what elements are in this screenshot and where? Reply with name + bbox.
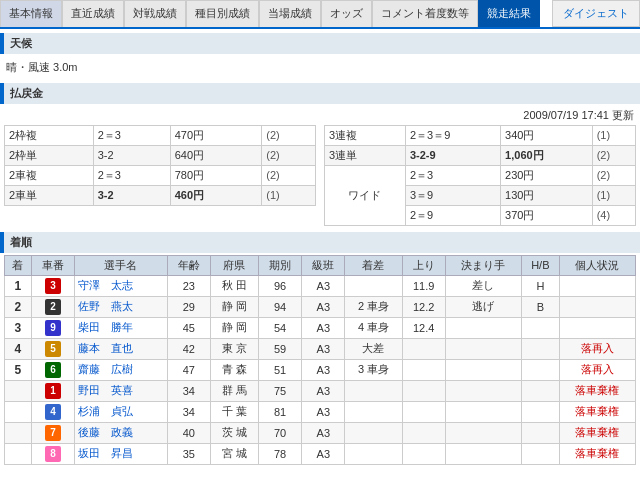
diff: 大差 bbox=[345, 338, 402, 359]
rank: 4 bbox=[5, 338, 32, 359]
results-area: 着車番選手名年齢府県期別級班着差上り決まり手H/B個人状況 13守澤 太志23秋… bbox=[4, 255, 636, 465]
tab-event[interactable]: 種目別成績 bbox=[186, 0, 259, 27]
status: 落車棄権 bbox=[559, 401, 635, 422]
combo: 3-2-9 bbox=[405, 145, 500, 165]
payout-right-col: 3連複 2＝3＝9 340円 (1) 3連単 3-2-9 1,060円 (2) … bbox=[324, 125, 636, 226]
kimari-te bbox=[445, 338, 521, 359]
player-name-link[interactable]: 守澤 太志 bbox=[78, 279, 133, 291]
player-name[interactable]: 齋藤 広樹 bbox=[75, 359, 168, 380]
uptime: 11.9 bbox=[402, 275, 445, 296]
number-badge: 2 bbox=[45, 299, 61, 315]
status bbox=[559, 275, 635, 296]
car-number: 6 bbox=[31, 359, 74, 380]
tab-basic-info[interactable]: 基本情報 bbox=[0, 0, 62, 27]
tab-venue[interactable]: 当場成績 bbox=[259, 0, 321, 27]
age: 34 bbox=[167, 380, 210, 401]
player-name-link[interactable]: 野田 英喜 bbox=[78, 384, 133, 396]
results-header: 決まり手 bbox=[445, 255, 521, 275]
results-header: 選手名 bbox=[75, 255, 168, 275]
weather-value: 晴・風速 3.0m bbox=[0, 56, 640, 79]
grade: A3 bbox=[302, 275, 345, 296]
amount: 1,060円 bbox=[501, 145, 593, 165]
payout-right-table: 3連複 2＝3＝9 340円 (1) 3連単 3-2-9 1,060円 (2) … bbox=[324, 125, 636, 226]
age: 42 bbox=[167, 338, 210, 359]
uptime bbox=[402, 338, 445, 359]
player-name[interactable]: 坂田 昇昌 bbox=[75, 443, 168, 464]
prefecture: 東 京 bbox=[211, 338, 259, 359]
rank bbox=[5, 401, 32, 422]
amount: 130円 bbox=[501, 185, 593, 205]
tab-odds[interactable]: オッズ bbox=[321, 0, 372, 27]
results-header: 級班 bbox=[302, 255, 345, 275]
table-row: 1野田 英喜34群 馬75A3落車棄権 bbox=[5, 380, 636, 401]
tab-race-result[interactable]: 競走結果 bbox=[478, 0, 540, 27]
status: 落再入 bbox=[559, 359, 635, 380]
count: (1) bbox=[262, 185, 316, 205]
status bbox=[559, 317, 635, 338]
hb bbox=[521, 317, 559, 338]
amount: 780円 bbox=[170, 165, 262, 185]
tab-bar: 基本情報 直近成績 対戦成績 種目別成績 当場成績 オッズ コメント着度数等 競… bbox=[0, 0, 640, 29]
player-name-link[interactable]: 杉浦 貞弘 bbox=[78, 405, 133, 417]
tab-comment[interactable]: コメント着度数等 bbox=[372, 0, 478, 27]
amount: 370円 bbox=[501, 205, 593, 225]
table-row: 8坂田 昇昌35宮 城78A3落車棄権 bbox=[5, 443, 636, 464]
age: 35 bbox=[167, 443, 210, 464]
uptime bbox=[402, 443, 445, 464]
amount: 470円 bbox=[170, 125, 262, 145]
grade: A3 bbox=[302, 443, 345, 464]
player-name-link[interactable]: 後藤 政義 bbox=[78, 426, 133, 438]
player-name[interactable]: 柴田 勝年 bbox=[75, 317, 168, 338]
age: 29 bbox=[167, 296, 210, 317]
grade: A3 bbox=[302, 380, 345, 401]
bet-type: 2車単 bbox=[5, 185, 94, 205]
rank bbox=[5, 422, 32, 443]
number-badge: 6 bbox=[45, 362, 61, 378]
hb bbox=[521, 359, 559, 380]
player-name[interactable]: 後藤 政義 bbox=[75, 422, 168, 443]
diff bbox=[345, 275, 402, 296]
player-name[interactable]: 守澤 太志 bbox=[75, 275, 168, 296]
player-name[interactable]: 野田 英喜 bbox=[75, 380, 168, 401]
period: 70 bbox=[258, 422, 301, 443]
rank: 5 bbox=[5, 359, 32, 380]
combo: 2＝3 bbox=[93, 125, 170, 145]
weather-section: 天候 晴・風速 3.0m bbox=[0, 33, 640, 79]
prefecture: 静 岡 bbox=[211, 317, 259, 338]
player-name-link[interactable]: 藤本 直也 bbox=[78, 342, 133, 354]
rank: 2 bbox=[5, 296, 32, 317]
prefecture: 千 葉 bbox=[211, 401, 259, 422]
results-header: 着 bbox=[5, 255, 32, 275]
table-row: 39柴田 勝年45静 岡54A34 車身12.4 bbox=[5, 317, 636, 338]
combo: 2＝3＝9 bbox=[405, 125, 500, 145]
number-badge: 9 bbox=[45, 320, 61, 336]
period: 54 bbox=[258, 317, 301, 338]
player-name-link[interactable]: 坂田 昇昌 bbox=[78, 447, 133, 459]
rank bbox=[5, 443, 32, 464]
uptime: 12.2 bbox=[402, 296, 445, 317]
period: 78 bbox=[258, 443, 301, 464]
player-name[interactable]: 杉浦 貞弘 bbox=[75, 401, 168, 422]
digest-button[interactable]: ダイジェスト bbox=[552, 0, 640, 27]
bet-type: 2枠複 bbox=[5, 125, 94, 145]
tab-recent[interactable]: 直近成績 bbox=[62, 0, 124, 27]
age: 23 bbox=[167, 275, 210, 296]
diff: 3 車身 bbox=[345, 359, 402, 380]
player-name-link[interactable]: 佐野 燕太 bbox=[78, 300, 133, 312]
player-name[interactable]: 佐野 燕太 bbox=[75, 296, 168, 317]
period: 81 bbox=[258, 401, 301, 422]
table-row: 22佐野 燕太29静 岡94A32 車身12.2逃げB bbox=[5, 296, 636, 317]
kimari-te: 差し bbox=[445, 275, 521, 296]
combo: 3-2 bbox=[93, 185, 170, 205]
tab-matchup[interactable]: 対戦成績 bbox=[124, 0, 186, 27]
prefecture: 青 森 bbox=[211, 359, 259, 380]
player-name[interactable]: 藤本 直也 bbox=[75, 338, 168, 359]
car-number: 5 bbox=[31, 338, 74, 359]
kimari-te bbox=[445, 443, 521, 464]
prefecture: 群 馬 bbox=[211, 380, 259, 401]
count: (1) bbox=[592, 185, 635, 205]
player-name-link[interactable]: 齋藤 広樹 bbox=[78, 363, 133, 375]
uptime bbox=[402, 422, 445, 443]
player-name-link[interactable]: 柴田 勝年 bbox=[78, 321, 133, 333]
combo: 2＝3 bbox=[93, 165, 170, 185]
